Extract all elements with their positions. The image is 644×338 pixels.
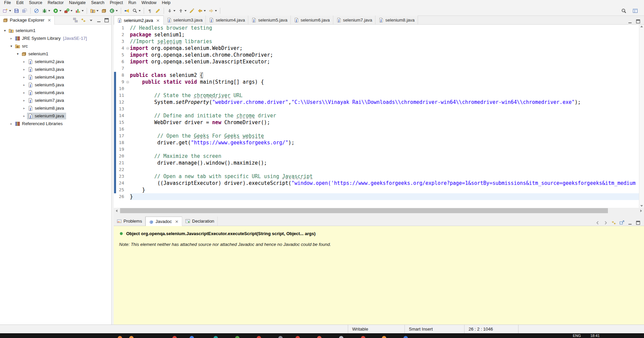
code-line-15[interactable]: 15 WebDriver driver = new ChromeDriver()…	[114, 119, 644, 126]
code-line-26[interactable]: 26}	[114, 193, 644, 200]
code-line-22[interactable]: 22	[114, 166, 644, 173]
dropdown-arrow-icon[interactable]	[116, 10, 118, 11]
chevron-down-icon[interactable]: ▾	[8, 44, 14, 48]
last-edit-location-button[interactable]	[188, 7, 196, 15]
tree-item-selenium1[interactable]: ▾selenium1	[0, 50, 111, 58]
tree-item-selenium4-java[interactable]: ▸Jselenium4.java	[0, 73, 111, 81]
view-tab-declaration[interactable]: Declaration	[182, 217, 218, 226]
chevron-right-icon[interactable]: ▸	[21, 75, 27, 79]
tree-item-jre-system-library[interactable]: ▸JRE System Library[JavaSE-17]	[0, 34, 111, 42]
taskbar-app-icon[interactable]	[129, 336, 134, 338]
code-line-23[interactable]: 23 // Open a new tab with specific URL u…	[114, 173, 644, 180]
taskbar-app-icon[interactable]	[214, 336, 218, 338]
code-line-14[interactable]: 14 // Define and initiate the chrome dri…	[114, 112, 644, 119]
dropdown-arrow-icon[interactable]	[185, 10, 187, 11]
code-line-18[interactable]: 18 driver.get("https://www.geeksforgeeks…	[114, 139, 644, 146]
dropdown-arrow-icon[interactable]	[48, 10, 50, 11]
search-button[interactable]	[131, 7, 142, 15]
editor-tab-selenium6-java[interactable]: Jselenium6.java	[291, 16, 333, 24]
previous-annotation-button[interactable]	[177, 7, 188, 15]
forward-button[interactable]	[207, 7, 218, 15]
open-task-button[interactable]	[123, 7, 131, 15]
view-tab-problems[interactable]: Problems	[114, 217, 145, 226]
menu-file[interactable]: File	[1, 0, 13, 6]
collapse-all-button[interactable]	[73, 18, 78, 23]
code-line-8[interactable]: 8public class selenium2 {	[114, 72, 644, 79]
show-whitespace-button[interactable]: ¶	[146, 7, 153, 15]
dropdown-arrow-icon[interactable]	[59, 10, 61, 11]
menu-source[interactable]: Source	[26, 0, 45, 6]
open-perspective-button[interactable]	[632, 7, 639, 15]
editor-tab-selenium2-java[interactable]: Jselenium2.java×	[114, 16, 164, 25]
code-line-24[interactable]: 24 ((JavascriptExecutor) driver).execute…	[114, 180, 644, 187]
chevron-right-icon[interactable]: ▸	[21, 83, 27, 87]
open-external-browser-button[interactable]	[619, 220, 625, 226]
menu-search[interactable]: Search	[88, 0, 107, 6]
taskbar-app-icon[interactable]	[278, 336, 283, 338]
code-line-10[interactable]: 10	[114, 85, 644, 92]
tree-item-selenium5-java[interactable]: ▸Jselenium5.java	[0, 81, 111, 89]
code-line-7[interactable]: 7	[114, 65, 644, 72]
scrollbar-thumb[interactable]	[120, 208, 608, 213]
new-java-project-button[interactable]: J	[89, 7, 100, 15]
code-line-13[interactable]: 13	[114, 106, 644, 112]
tree-item-selenium6-java[interactable]: ▸Jselenium6.java	[0, 89, 111, 96]
new-wizard-button[interactable]	[2, 7, 12, 15]
link-with-editor-button[interactable]	[81, 18, 86, 23]
link-with-editor-button[interactable]	[611, 220, 617, 226]
run-button[interactable]	[52, 7, 62, 15]
editor-tab-selenium8-java[interactable]: Jselenium8.java	[375, 16, 418, 24]
taskbar-app-icon[interactable]	[361, 336, 365, 338]
skip-all-breakpoints-button[interactable]	[33, 7, 40, 15]
menu-project[interactable]: Project	[107, 0, 126, 6]
scroll-up-icon[interactable]	[640, 26, 643, 27]
debug-button[interactable]	[41, 7, 51, 15]
chevron-right-icon[interactable]: ▸	[8, 122, 14, 125]
taskbar-app-icon[interactable]	[235, 336, 240, 338]
dropdown-arrow-icon[interactable]	[9, 10, 11, 11]
code-editor[interactable]: 1// Headless browser testing2package sel…	[114, 25, 644, 208]
back-button[interactable]	[196, 7, 207, 15]
editor-tab-selenium3-java[interactable]: Jselenium3.java	[164, 16, 206, 24]
tree-item-src[interactable]: ▾src	[0, 42, 111, 50]
dropdown-arrow-icon[interactable]	[215, 10, 217, 11]
chevron-right-icon[interactable]: ▸	[21, 67, 27, 71]
maximize-button[interactable]	[636, 220, 641, 226]
chevron-right-icon[interactable]: ▸	[8, 36, 14, 40]
fold-collapse-icon[interactable]	[125, 79, 130, 85]
scroll-down-icon[interactable]	[640, 205, 643, 207]
taskbar-clock[interactable]: 18:41	[590, 334, 600, 338]
dropdown-arrow-icon[interactable]	[204, 10, 206, 11]
dropdown-arrow-icon[interactable]	[82, 10, 84, 11]
fold-collapse-icon[interactable]	[125, 45, 130, 52]
code-line-21[interactable]: 21 driver.manage().window().maximize();	[114, 160, 644, 166]
code-line-17[interactable]: 17 // Open the Geeks For Geeks website	[114, 133, 644, 139]
minimize-button[interactable]	[627, 19, 633, 24]
menu-refactor[interactable]: Refactor	[45, 0, 66, 6]
view-tab-javadoc[interactable]: @Javadoc×	[145, 217, 182, 226]
code-line-19[interactable]: 19	[114, 146, 644, 153]
coverage-button[interactable]	[74, 7, 85, 15]
mark-occurrences-button[interactable]	[154, 7, 162, 15]
tree-item-selenium1[interactable]: ▾Jselenium1	[0, 27, 111, 34]
scrollbar-track[interactable]	[119, 208, 638, 214]
minimize-button[interactable]	[627, 220, 633, 226]
code-line-16[interactable]: 16	[114, 126, 644, 133]
close-icon[interactable]: ×	[174, 219, 179, 224]
code-line-20[interactable]: 20 // Maximize the screen	[114, 153, 644, 160]
menu-help[interactable]: Help	[159, 0, 173, 6]
code-line-12[interactable]: 12 System.setProperty("webdriver.chrome.…	[114, 99, 644, 106]
editor-tab-selenium7-java[interactable]: Jselenium7.java	[333, 16, 376, 24]
quick-search-button[interactable]	[620, 7, 627, 15]
code-line-2[interactable]: 2package selenium1;	[114, 31, 644, 38]
taskbar-language[interactable]: ENG	[573, 334, 581, 338]
tree-item-selenium2-java[interactable]: ▸Jselenium2.java	[0, 58, 111, 65]
maximize-button[interactable]	[104, 18, 109, 23]
code-line-25[interactable]: 25 }	[114, 187, 644, 193]
close-icon[interactable]: ×	[47, 18, 52, 23]
package-explorer-tab[interactable]: Package Explorer ×	[0, 16, 55, 25]
tree-item-referenced-libraries[interactable]: ▸Referenced Libraries	[0, 120, 111, 128]
editor-tab-selenium5-java[interactable]: Jselenium5.java	[248, 16, 291, 24]
taskbar-app-icon[interactable]	[296, 336, 300, 338]
taskbar-app-icon[interactable]	[257, 336, 261, 338]
